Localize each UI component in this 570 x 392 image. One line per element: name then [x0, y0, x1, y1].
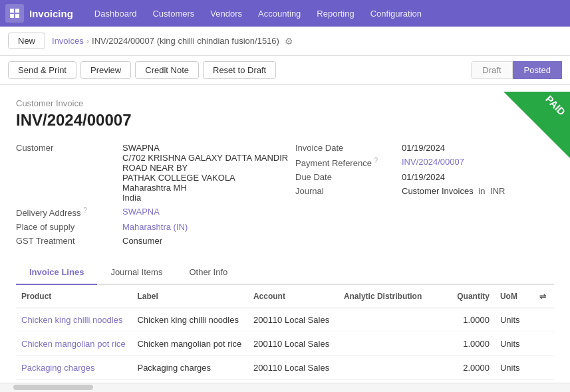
tab-bar: Invoice Lines Journal Items Other Info [16, 260, 554, 285]
document-info: Customer SWAPNA C/702 KRISHNA GALAXY DAT… [16, 143, 554, 250]
row1-account: 200110 Local Sales [248, 308, 339, 332]
payment-ref-label: Payment Reference ? [295, 157, 402, 168]
main-content: PAID Customer Invoice INV/2024/00007 Cus… [0, 85, 570, 392]
gst-treatment-label: GST Treatment [16, 236, 122, 246]
delivery-address-row: Delivery Address ? SWAPNA [16, 207, 295, 218]
customer-row: Customer SWAPNA C/702 KRISHNA GALAXY DAT… [16, 143, 295, 203]
nav-vendors[interactable]: Vendors [202, 0, 250, 27]
right-info-panel: Invoice Date 01/19/2024 Payment Referenc… [295, 143, 554, 250]
status-bar: Draft Posted [471, 61, 562, 79]
horizontal-scrollbar[interactable] [0, 383, 570, 392]
top-navigation: Invoicing Dashboard Customers Vendors Ac… [0, 0, 570, 27]
row1-product[interactable]: Chicken king chilli noodles [16, 308, 132, 332]
status-draft[interactable]: Draft [471, 61, 512, 79]
tab-other-info[interactable]: Other Info [176, 260, 241, 285]
row3-uom: Units [495, 356, 534, 380]
row2-extra [534, 332, 554, 356]
reset-to-draft-button[interactable]: Reset to Draft [203, 61, 276, 79]
row1-analytic [339, 308, 442, 332]
row1-quantity: 1.0000 [442, 308, 495, 332]
col-product: Product [16, 285, 132, 308]
journal-currency: INR [490, 186, 505, 196]
gear-icon[interactable]: ⚙ [285, 36, 293, 47]
preview-button[interactable]: Preview [80, 61, 131, 79]
breadcrumb-parent[interactable]: Invoices [52, 36, 84, 46]
left-info-panel: Customer SWAPNA C/702 KRISHNA GALAXY DAT… [16, 143, 295, 250]
delivery-address-label: Delivery Address ? [16, 207, 122, 218]
svg-rect-2 [10, 14, 14, 18]
app-grid-icon[interactable] [5, 4, 24, 23]
document-type: Customer Invoice [16, 98, 554, 108]
table-header-row: Product Label Account Analytic Distribut… [16, 285, 554, 308]
col-adjust-icon[interactable]: ⇌ [534, 285, 554, 308]
journal-value: Customer Invoices in INR [402, 186, 505, 196]
address-line3: Maharashtra MH [122, 183, 295, 193]
row2-product[interactable]: Chicken mangolian pot rice [16, 332, 132, 356]
address-line2: PATHAK COLLEGE VAKOLA [122, 173, 295, 183]
nav-accounting[interactable]: Accounting [250, 0, 309, 27]
row2-analytic [339, 332, 442, 356]
journal-in: in [478, 186, 485, 196]
gst-treatment-value: Consumer [122, 236, 162, 246]
breadcrumb-current: INV/2024/00007 (king chilli chindian fus… [92, 36, 279, 46]
due-date-value: 01/19/2024 [402, 172, 445, 182]
invoice-lines-table: Product Label Account Analytic Distribut… [16, 285, 554, 380]
journal-row: Journal Customer Invoices in INR [295, 186, 554, 196]
place-of-supply-row: Place of supply Maharashtra (IN) [16, 222, 295, 232]
invoice-lines-table-wrapper: Product Label Account Analytic Distribut… [16, 285, 554, 380]
breadcrumb-separator: › [86, 36, 89, 46]
journal-name[interactable]: Customer Invoices [402, 186, 474, 196]
customer-name[interactable]: SWAPNA [122, 143, 295, 153]
row2-uom: Units [495, 332, 534, 356]
new-button[interactable]: New [8, 33, 45, 49]
nav-dashboard[interactable]: Dashboard [86, 0, 145, 27]
row1-label: Chicken king chilli noodles [132, 308, 247, 332]
tab-invoice-lines[interactable]: Invoice Lines [16, 260, 97, 285]
col-account: Account [248, 285, 339, 308]
row3-analytic [339, 356, 442, 380]
col-label: Label [132, 285, 247, 308]
due-date-row: Due Date 01/19/2024 [295, 172, 554, 182]
scroll-thumb[interactable] [13, 385, 93, 390]
row3-account: 200110 Local Sales [248, 356, 339, 380]
row2-account: 200110 Local Sales [248, 332, 339, 356]
sub-toolbar: New Invoices › INV/2024/00007 (king chil… [0, 27, 570, 56]
invoice-date-value: 01/19/2024 [402, 143, 445, 153]
delivery-address-value[interactable]: SWAPNA [122, 207, 160, 218]
nav-reporting[interactable]: Reporting [309, 0, 362, 27]
svg-rect-1 [15, 9, 19, 13]
payment-ref-row: Payment Reference ? INV/2024/00007 [295, 157, 554, 168]
address-line1: C/702 KRISHNA GALAXY DATTA MANDIR ROAD N… [122, 153, 295, 173]
tab-journal-items[interactable]: Journal Items [97, 260, 176, 285]
credit-note-button[interactable]: Credit Note [135, 61, 199, 79]
col-uom: UoM [495, 285, 534, 308]
row1-uom: Units [495, 308, 534, 332]
payment-ref-value[interactable]: INV/2024/00007 [402, 157, 464, 168]
due-date-label: Due Date [295, 172, 402, 182]
status-posted[interactable]: Posted [513, 61, 562, 79]
nav-customers[interactable]: Customers [144, 0, 202, 27]
place-of-supply-value[interactable]: Maharashtra (IN) [122, 222, 188, 232]
row3-product[interactable]: Packaging charges [16, 356, 132, 380]
app-name: Invoicing [29, 8, 73, 19]
address-line4[interactable]: India [122, 193, 295, 203]
row3-quantity: 2.0000 [442, 356, 495, 380]
nav-configuration[interactable]: Configuration [362, 0, 430, 27]
document-area: PAID Customer Invoice INV/2024/00007 Cus… [0, 85, 570, 383]
customer-label: Customer [16, 143, 122, 203]
document-number: INV/2024/00007 [16, 111, 554, 130]
row2-quantity: 1.0000 [442, 332, 495, 356]
journal-label: Journal [295, 186, 402, 196]
send-print-button[interactable]: Send & Print [8, 61, 76, 79]
row3-extra [534, 356, 554, 380]
svg-rect-3 [15, 14, 19, 18]
col-quantity: Quantity [442, 285, 495, 308]
gst-treatment-row: GST Treatment Consumer [16, 236, 295, 246]
invoice-date-label: Invoice Date [295, 143, 402, 153]
table-row: Packaging charges Packaging charges 2001… [16, 356, 554, 380]
table-row: Chicken mangolian pot rice Chicken mango… [16, 332, 554, 356]
svg-rect-0 [10, 9, 14, 13]
paid-stamp-wrapper: PAID [503, 92, 570, 158]
customer-value: SWAPNA C/702 KRISHNA GALAXY DATTA MANDIR… [122, 143, 295, 203]
row2-label: Chicken mangolian pot rice [132, 332, 247, 356]
